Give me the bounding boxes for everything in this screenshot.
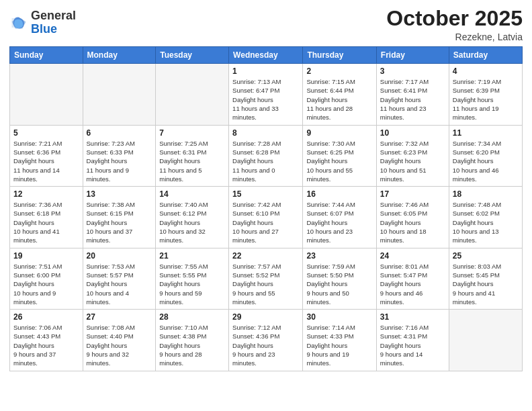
day-number: 18 <box>453 189 519 199</box>
day-info: Sunrise: 7:48 AMSunset: 6:02 PMDaylight … <box>453 200 519 244</box>
day-info: Sunrise: 7:44 AMSunset: 6:07 PMDaylight … <box>306 200 372 244</box>
day-number: 15 <box>232 189 299 199</box>
logo-blue: Blue <box>31 22 57 36</box>
day-info: Sunrise: 7:59 AMSunset: 5:50 PMDaylight … <box>306 262 372 306</box>
day-number: 4 <box>453 66 519 76</box>
day-info: Sunrise: 7:06 AMSunset: 4:43 PMDaylight … <box>13 323 79 367</box>
calendar-header-row: SundayMondayTuesdayWednesdayThursdayFrid… <box>10 47 523 64</box>
col-header-tuesday: Tuesday <box>156 47 229 64</box>
day-cell: 12Sunrise: 7:36 AMSunset: 6:18 PMDayligh… <box>10 187 83 248</box>
day-number: 6 <box>87 128 152 138</box>
day-number: 5 <box>13 128 79 138</box>
day-info: Sunrise: 7:25 AMSunset: 6:31 PMDaylight … <box>159 139 225 183</box>
day-cell <box>10 64 83 125</box>
day-info: Sunrise: 7:28 AMSunset: 6:28 PMDaylight … <box>232 139 299 183</box>
day-cell: 3Sunrise: 7:17 AMSunset: 6:41 PMDaylight… <box>376 64 449 125</box>
header: General Blue October 2025 Rezekne, Latvi… <box>9 7 523 42</box>
logo-icon <box>9 13 28 32</box>
day-number: 19 <box>13 251 79 261</box>
day-cell: 2Sunrise: 7:15 AMSunset: 6:44 PMDaylight… <box>303 64 376 125</box>
day-info: Sunrise: 7:42 AMSunset: 6:10 PMDaylight … <box>232 200 299 244</box>
day-info: Sunrise: 7:08 AMSunset: 4:40 PMDaylight … <box>87 323 152 367</box>
col-header-friday: Friday <box>376 47 449 64</box>
day-number: 12 <box>13 189 79 199</box>
day-cell: 31Sunrise: 7:16 AMSunset: 4:31 PMDayligh… <box>376 310 449 371</box>
day-cell: 10Sunrise: 7:32 AMSunset: 6:23 PMDayligh… <box>376 125 449 186</box>
day-cell: 27Sunrise: 7:08 AMSunset: 4:40 PMDayligh… <box>83 310 156 371</box>
day-number: 10 <box>380 128 445 138</box>
day-cell: 11Sunrise: 7:34 AMSunset: 6:20 PMDayligh… <box>449 125 522 186</box>
day-cell <box>83 64 156 125</box>
day-number: 24 <box>380 251 445 261</box>
day-cell <box>156 64 229 125</box>
day-cell: 22Sunrise: 7:57 AMSunset: 5:52 PMDayligh… <box>229 248 303 309</box>
day-number: 9 <box>306 128 372 138</box>
day-number: 17 <box>380 189 445 199</box>
day-info: Sunrise: 7:38 AMSunset: 6:15 PMDaylight … <box>87 200 152 244</box>
day-info: Sunrise: 7:53 AMSunset: 5:57 PMDaylight … <box>87 262 152 306</box>
day-cell: 5Sunrise: 7:21 AMSunset: 6:36 PMDaylight… <box>10 125 83 186</box>
day-cell: 9Sunrise: 7:30 AMSunset: 6:25 PMDaylight… <box>303 125 376 186</box>
month-title: October 2025 <box>386 7 523 30</box>
day-info: Sunrise: 8:03 AMSunset: 5:45 PMDaylight … <box>453 262 519 306</box>
day-cell: 30Sunrise: 7:14 AMSunset: 4:33 PMDayligh… <box>303 310 376 371</box>
day-cell: 23Sunrise: 7:59 AMSunset: 5:50 PMDayligh… <box>303 248 376 309</box>
day-cell <box>449 310 522 371</box>
day-number: 20 <box>87 251 152 261</box>
col-header-saturday: Saturday <box>449 47 522 64</box>
logo: General Blue <box>9 9 76 36</box>
week-row-4: 19Sunrise: 7:51 AMSunset: 6:00 PMDayligh… <box>10 248 523 309</box>
day-number: 31 <box>380 312 445 322</box>
day-cell: 25Sunrise: 8:03 AMSunset: 5:45 PMDayligh… <box>449 248 522 309</box>
day-cell: 6Sunrise: 7:23 AMSunset: 6:33 PMDaylight… <box>83 125 156 186</box>
logo-general: General <box>31 9 76 22</box>
col-header-monday: Monday <box>83 47 156 64</box>
day-number: 7 <box>159 128 225 138</box>
day-info: Sunrise: 7:55 AMSunset: 5:55 PMDaylight … <box>159 262 225 306</box>
day-info: Sunrise: 7:30 AMSunset: 6:25 PMDaylight … <box>306 139 372 183</box>
col-header-thursday: Thursday <box>303 47 376 64</box>
day-number: 25 <box>453 251 519 261</box>
col-header-sunday: Sunday <box>10 47 83 64</box>
day-info: Sunrise: 7:16 AMSunset: 4:31 PMDaylight … <box>380 323 445 367</box>
day-number: 14 <box>159 189 225 199</box>
day-cell: 24Sunrise: 8:01 AMSunset: 5:47 PMDayligh… <box>376 248 449 309</box>
day-cell: 7Sunrise: 7:25 AMSunset: 6:31 PMDaylight… <box>156 125 229 186</box>
day-number: 22 <box>232 251 299 261</box>
day-cell: 21Sunrise: 7:55 AMSunset: 5:55 PMDayligh… <box>156 248 229 309</box>
day-cell: 28Sunrise: 7:10 AMSunset: 4:38 PMDayligh… <box>156 310 229 371</box>
day-number: 28 <box>159 312 225 322</box>
page: General Blue October 2025 Rezekne, Latvi… <box>0 0 532 411</box>
col-header-wednesday: Wednesday <box>229 47 303 64</box>
day-cell: 29Sunrise: 7:12 AMSunset: 4:36 PMDayligh… <box>229 310 303 371</box>
day-info: Sunrise: 7:14 AMSunset: 4:33 PMDaylight … <box>306 323 372 367</box>
day-info: Sunrise: 7:13 AMSunset: 6:47 PMDaylight … <box>232 77 299 122</box>
day-info: Sunrise: 7:12 AMSunset: 4:36 PMDaylight … <box>232 323 299 367</box>
day-cell: 26Sunrise: 7:06 AMSunset: 4:43 PMDayligh… <box>10 310 83 371</box>
day-number: 23 <box>306 251 372 261</box>
day-number: 21 <box>159 251 225 261</box>
day-number: 16 <box>306 189 372 199</box>
day-number: 13 <box>87 189 152 199</box>
day-number: 26 <box>13 312 79 322</box>
week-row-1: 1Sunrise: 7:13 AMSunset: 6:47 PMDaylight… <box>10 64 523 125</box>
day-cell: 14Sunrise: 7:40 AMSunset: 6:12 PMDayligh… <box>156 187 229 248</box>
day-cell: 13Sunrise: 7:38 AMSunset: 6:15 PMDayligh… <box>83 187 156 248</box>
day-number: 2 <box>306 66 372 76</box>
calendar: SundayMondayTuesdayWednesdayThursdayFrid… <box>9 46 523 371</box>
day-info: Sunrise: 7:34 AMSunset: 6:20 PMDaylight … <box>453 139 519 183</box>
day-info: Sunrise: 7:15 AMSunset: 6:44 PMDaylight … <box>306 77 372 122</box>
week-row-2: 5Sunrise: 7:21 AMSunset: 6:36 PMDaylight… <box>10 125 523 186</box>
day-number: 1 <box>232 66 299 76</box>
day-info: Sunrise: 7:21 AMSunset: 6:36 PMDaylight … <box>13 139 79 183</box>
day-info: Sunrise: 7:23 AMSunset: 6:33 PMDaylight … <box>87 139 152 183</box>
day-number: 30 <box>306 312 372 322</box>
day-info: Sunrise: 7:10 AMSunset: 4:38 PMDaylight … <box>159 323 225 367</box>
day-number: 11 <box>453 128 519 138</box>
day-cell: 1Sunrise: 7:13 AMSunset: 6:47 PMDaylight… <box>229 64 303 125</box>
day-number: 29 <box>232 312 299 322</box>
week-row-5: 26Sunrise: 7:06 AMSunset: 4:43 PMDayligh… <box>10 310 523 371</box>
logo-text: General Blue <box>31 9 76 36</box>
day-cell: 16Sunrise: 7:44 AMSunset: 6:07 PMDayligh… <box>303 187 376 248</box>
day-number: 8 <box>232 128 299 138</box>
